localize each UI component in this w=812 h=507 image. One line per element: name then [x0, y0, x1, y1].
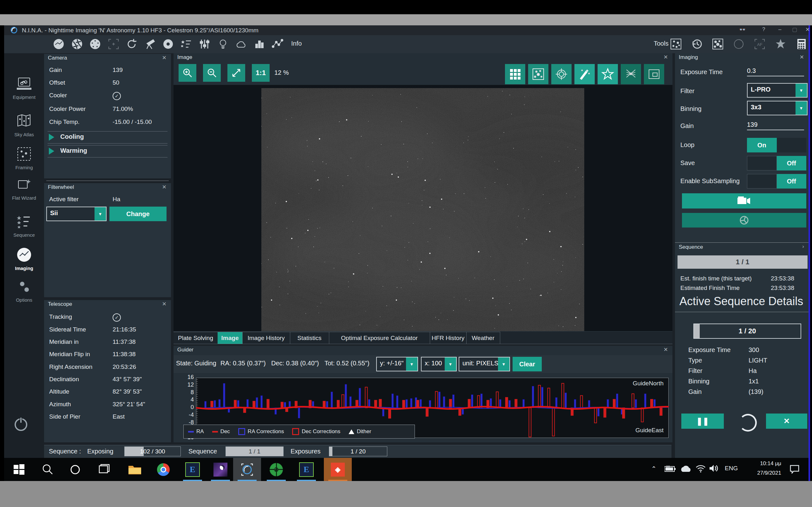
expander-cooling[interactable]: Cooling: [48, 131, 167, 144]
telescope-icon[interactable]: [143, 37, 157, 51]
filterwheel-icon[interactable]: [88, 37, 102, 51]
sidebar-item-equipment[interactable]: Equipment: [4, 75, 44, 100]
power-button[interactable]: [12, 415, 30, 434]
tab-optimal-exposure-calculator[interactable]: Optimal Exposure Calculator: [329, 332, 430, 344]
shutter-icon[interactable]: [70, 37, 84, 51]
bar-chart-icon[interactable]: [252, 37, 266, 51]
flex-analysis-icon[interactable]: [270, 37, 285, 51]
image-tool-starfield-button[interactable]: [528, 64, 548, 84]
gain-input[interactable]: 139: [747, 121, 804, 130]
image-canvas[interactable]: [173, 85, 672, 331]
taskbar-cortana-icon[interactable]: [61, 458, 89, 481]
taskbar-task-view-icon[interactable]: [90, 458, 118, 481]
exposure-time-input[interactable]: 0.3: [747, 67, 804, 76]
y-scale-select[interactable]: y: +/-16" ▼: [376, 357, 418, 372]
save-toggle[interactable]: Off: [747, 156, 806, 170]
tab-plate-solving[interactable]: Plate Solving: [173, 332, 218, 344]
star-annotate-icon[interactable]: [711, 37, 725, 51]
clear-button[interactable]: Clear: [513, 357, 542, 372]
taskbar-capture-app-icon[interactable]: ◈: [324, 458, 352, 481]
unit-select[interactable]: unit: PIXELS ▼: [459, 357, 510, 372]
clock-time[interactable]: 10:14 μμ: [748, 460, 781, 467]
sidebar-item-options[interactable]: Options: [4, 278, 44, 302]
taskbar-start-icon[interactable]: [5, 458, 33, 481]
chevron-down-icon[interactable]: ▼: [95, 207, 106, 221]
filter-select[interactable]: Sii ▼: [46, 207, 107, 221]
sidebar-item-flat-wizard[interactable]: Flat Wizard: [4, 176, 44, 201]
image-tool-star-outline-button[interactable]: [598, 64, 618, 84]
language-indicator[interactable]: ENG: [725, 465, 738, 472]
action-center-icon[interactable]: [790, 465, 799, 475]
pause-sequence-button[interactable]: ❚❚: [681, 413, 724, 429]
star-icon[interactable]: [774, 37, 788, 51]
dome-icon[interactable]: [732, 37, 746, 51]
calculator-icon[interactable]: [795, 37, 809, 51]
taskbar-planetarium-app-icon[interactable]: [206, 458, 235, 481]
switch-icon[interactable]: [198, 37, 212, 51]
telescope-close-icon[interactable]: ✕: [162, 301, 166, 307]
image-tool-grid-button[interactable]: [505, 64, 525, 84]
cloud-icon[interactable]: [234, 37, 248, 51]
tab-image[interactable]: Image: [217, 332, 243, 344]
platesolve-stars-icon[interactable]: [669, 37, 683, 51]
guider-close-icon[interactable]: ✕: [664, 346, 668, 353]
x-scale-select[interactable]: x: 100 ▼: [421, 357, 457, 372]
autofocus-icon[interactable]: AF: [753, 37, 767, 51]
taskbar-nina-app-icon[interactable]: [233, 458, 261, 481]
tab-statistics[interactable]: Statistics: [290, 332, 329, 344]
wifi-icon[interactable]: [696, 464, 706, 474]
battery-icon[interactable]: [664, 465, 676, 473]
focuser-icon[interactable]: [107, 37, 120, 51]
tab-weather[interactable]: Weather: [466, 332, 500, 344]
close-button[interactable]: ✕: [805, 26, 810, 33]
clock-date[interactable]: 27/9/2021: [748, 470, 781, 476]
accessibility-icon[interactable]: 👓: [739, 26, 746, 33]
image-tool-subframe-button[interactable]: [644, 64, 664, 84]
sky-map-icon[interactable]: [52, 37, 66, 51]
taskbar-search-icon[interactable]: [34, 458, 61, 481]
chevron-down-icon[interactable]: ▼: [796, 83, 807, 97]
info-label[interactable]: Info: [291, 40, 302, 47]
chevron-down-icon[interactable]: ▼: [796, 101, 807, 115]
tab-image-history[interactable]: Image History: [242, 332, 290, 344]
imaging-close-icon[interactable]: ✕: [800, 54, 804, 60]
sidebar-item-sky-atlas[interactable]: Sky Atlas: [4, 113, 44, 137]
image-zoom-in-button[interactable]: [179, 64, 196, 82]
minimize-button[interactable]: –: [778, 26, 781, 33]
start-loop-button[interactable]: [682, 193, 806, 209]
taskbar-astro-app-2-icon[interactable]: E: [293, 458, 320, 481]
image-zoom-fit-button[interactable]: [227, 64, 245, 82]
tray-chevron-icon[interactable]: ⌃: [651, 465, 657, 472]
image-tool-crosshair-button[interactable]: [551, 64, 571, 84]
guider-target-icon[interactable]: [161, 37, 175, 51]
flat-panel-icon[interactable]: [216, 37, 230, 51]
sequence-list-icon[interactable]: [180, 37, 194, 51]
image-close-icon[interactable]: ✕: [664, 54, 668, 60]
expander-warming[interactable]: Warming: [48, 145, 167, 158]
taskbar-astro-app-1-icon[interactable]: E: [179, 458, 206, 481]
filter-dropdown[interactable]: L-PRO ▼: [747, 83, 808, 98]
sidebar-item-imaging[interactable]: Imaging: [4, 246, 44, 271]
tab-hfr-history[interactable]: HFR History: [430, 332, 467, 344]
change-filter-button[interactable]: Change: [109, 207, 166, 221]
sidebar-item-sequence[interactable]: Sequence: [4, 213, 44, 238]
camera-close-icon[interactable]: ✕: [162, 55, 166, 61]
image-tool-bahtinov-button[interactable]: [621, 64, 641, 84]
history-icon[interactable]: [690, 37, 704, 51]
binning-dropdown[interactable]: 3x3 ▼: [747, 101, 808, 115]
filterwheel-close-icon[interactable]: ✕: [162, 184, 166, 190]
cancel-sequence-button[interactable]: ✕: [766, 413, 807, 429]
chevron-down-icon[interactable]: ▼: [445, 357, 456, 371]
image-zoom-out-button[interactable]: [203, 64, 221, 82]
help-button[interactable]: ?: [762, 26, 765, 33]
chevron-down-icon[interactable]: ▼: [498, 357, 509, 371]
subsampling-toggle[interactable]: Off: [747, 174, 806, 188]
chevron-down-icon[interactable]: ▼: [406, 357, 417, 371]
image-tool-magic-wand-button[interactable]: [574, 64, 595, 84]
snapshot-button[interactable]: [682, 213, 806, 228]
rotator-icon[interactable]: [125, 37, 139, 51]
speaker-icon[interactable]: [709, 464, 718, 474]
onedrive-cloud-icon[interactable]: [680, 465, 692, 474]
sidebar-item-framing[interactable]: Framing: [4, 146, 44, 170]
taskbar-chrome-icon[interactable]: [149, 458, 177, 481]
